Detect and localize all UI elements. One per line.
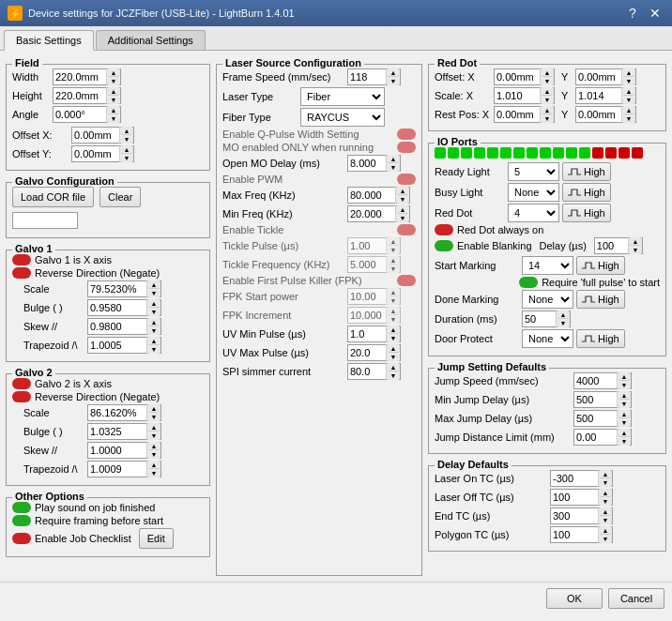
offset-x-input[interactable]: ▲▼	[71, 127, 134, 144]
duration-label: Duration (ms)	[435, 313, 519, 325]
rd-rest-x-input[interactable]: ▲▼	[494, 106, 555, 123]
galvo1-group: Galvo 1 Galvo 1 is X axis Reverse Direct…	[6, 250, 210, 362]
max-freq-label: Max Freq (KHz)	[222, 189, 344, 201]
io-led-14	[605, 147, 617, 159]
tickle-pulse-input[interactable]: ▲▼	[347, 237, 401, 254]
laser-type-select[interactable]: Fiber	[300, 87, 385, 106]
rd-offset-x-label: Offset: X	[435, 71, 491, 83]
rd-offset-y-input[interactable]: ▲▼	[575, 68, 636, 85]
rd-rest-y-input[interactable]: ▲▼	[575, 106, 636, 123]
done-marking-select[interactable]: None	[522, 290, 573, 309]
open-mo-delay-input[interactable]: ▲▼	[347, 155, 401, 172]
galvo2-bulge-input[interactable]: ▲▼	[87, 423, 161, 440]
ok-button[interactable]: OK	[546, 588, 603, 609]
height-input[interactable]: ▲▼	[53, 87, 121, 104]
ready-light-select[interactable]: 5	[508, 162, 559, 181]
offset-x-label: Offset X:	[12, 129, 69, 141]
red-dot-group: Red Dot Offset: X ▲▼ Y ▲▼ Scale: X ▲▼	[428, 64, 666, 131]
red-dot-port-select[interactable]: 4	[508, 204, 559, 222]
tab-additional[interactable]: Additional Settings	[96, 30, 206, 50]
galvo2-trap-input[interactable]: ▲▼	[87, 461, 161, 477]
jump-distance-input[interactable]: ▲▼	[573, 429, 632, 446]
io-led-5	[487, 147, 498, 159]
io-led-4	[474, 147, 485, 159]
min-freq-input[interactable]: ▲▼	[347, 205, 410, 222]
waveform-icon2	[568, 189, 581, 196]
galvo1-x-led	[12, 254, 31, 265]
load-cor-button[interactable]: Load COR file	[12, 187, 94, 207]
jump-speed-input[interactable]: ▲▼	[573, 372, 632, 389]
galvo1-trap-input[interactable]: ▲▼	[87, 337, 161, 354]
galvo2-skew-label: Skew //	[23, 445, 84, 456]
io-led-8	[527, 147, 538, 159]
laser-type-label: Laser Type	[222, 91, 298, 102]
ready-light-label: Ready Light	[435, 166, 505, 177]
start-marking-select[interactable]: 14	[522, 256, 573, 275]
jump-settings-label: Jump Setting Defaults	[435, 361, 549, 372]
door-high-button[interactable]: High	[576, 329, 625, 348]
rd-scale-y-input[interactable]: ▲▼	[575, 87, 636, 104]
galvo2-reverse-led	[12, 391, 31, 402]
uv-min-input[interactable]: ▲▼	[347, 326, 401, 342]
spi-input[interactable]: ▲▼	[347, 363, 401, 380]
rd-rest-x-label: Rest Pos: X	[435, 109, 491, 120]
waveform-icon6	[582, 335, 595, 342]
delay-defaults-label: Delay Defaults	[435, 459, 512, 470]
fiber-type-select[interactable]: RAYCUS	[300, 108, 385, 127]
galvo-config-group: Galvo Configuration Load COR file Clear	[6, 182, 210, 238]
io-leds-row	[435, 147, 660, 159]
tab-basic[interactable]: Basic Settings	[4, 30, 94, 51]
uv-max-input[interactable]: ▲▼	[347, 344, 401, 361]
red-dot-label: Red Dot	[435, 57, 480, 68]
width-input[interactable]: ▲▼	[53, 68, 121, 85]
edit-button[interactable]: Edit	[139, 528, 174, 549]
width-label: Width	[12, 71, 50, 83]
min-jump-delay-input[interactable]: ▲▼	[573, 391, 632, 408]
duration-input[interactable]: ▲▼	[522, 310, 571, 327]
io-led-2	[448, 147, 459, 159]
clear-button[interactable]: Clear	[99, 187, 141, 207]
angle-input[interactable]: ▲▼	[53, 106, 121, 123]
galvo2-reverse-label: Reverse Direction (Negate)	[35, 391, 160, 402]
io-led-9	[540, 147, 551, 159]
cancel-button[interactable]: Cancel	[608, 588, 664, 609]
galvo2-skew-input[interactable]: ▲▼	[87, 442, 161, 459]
done-high-button[interactable]: High	[576, 290, 625, 309]
fpk-start-input[interactable]: ▲▼	[347, 288, 401, 305]
red-dot-high-button[interactable]: High	[562, 204, 611, 222]
laser-on-label: Laser On TC (µs)	[435, 473, 547, 484]
cor-file-path[interactable]	[12, 212, 78, 229]
fpk-led	[397, 275, 416, 286]
laser-off-input[interactable]: ▲▼	[550, 489, 613, 506]
galvo1-bulge-input[interactable]: ▲▼	[87, 299, 161, 316]
rd-offset-x-input[interactable]: ▲▼	[494, 68, 555, 85]
fpk-increment-label: FPK Increment	[222, 310, 344, 321]
blanking-delay-input[interactable]: ▲▼	[594, 237, 643, 254]
max-freq-input[interactable]: ▲▼	[347, 187, 410, 204]
end-tc-input[interactable]: ▲▼	[550, 507, 613, 524]
galvo1-skew-input[interactable]: ▲▼	[87, 318, 161, 335]
offset-y-input[interactable]: ▲▼	[71, 145, 134, 162]
galvo2-group: Galvo 2 Galvo 2 is X axis Reverse Direct…	[6, 373, 210, 486]
galvo1-scale-input[interactable]: ▲▼	[87, 280, 161, 297]
ready-high-button[interactable]: High	[562, 162, 611, 181]
rd-scale-x-input[interactable]: ▲▼	[494, 87, 555, 104]
laser-on-input[interactable]: ▲▼	[550, 470, 613, 487]
tickle-freq-input[interactable]: ▲▼	[347, 256, 401, 273]
frame-speed-input[interactable]: ▲▼	[347, 68, 401, 85]
start-high-button[interactable]: High	[576, 256, 625, 275]
red-dot-port-label: Red Dot	[435, 207, 505, 219]
laser-source-group: Laser Source Configuration Frame Speed (…	[216, 64, 422, 576]
fpk-increment-input[interactable]: ▲▼	[347, 307, 401, 324]
galvo2-scale-input[interactable]: ▲▼	[87, 404, 161, 421]
close-button[interactable]: ✕	[646, 4, 664, 23]
busy-light-select[interactable]: None	[508, 183, 559, 202]
polygon-tc-input[interactable]: ▲▼	[550, 526, 613, 543]
door-protect-select[interactable]: None	[522, 329, 573, 348]
offset-y-label: Offset Y:	[12, 148, 69, 159]
busy-high-button[interactable]: High	[562, 183, 611, 202]
enable-tickle-label: Enable Tickle	[222, 224, 394, 235]
max-jump-delay-input[interactable]: ▲▼	[573, 410, 632, 427]
help-button[interactable]: ?	[623, 4, 642, 23]
tab-bar: Basic Settings Additional Settings	[0, 26, 672, 51]
